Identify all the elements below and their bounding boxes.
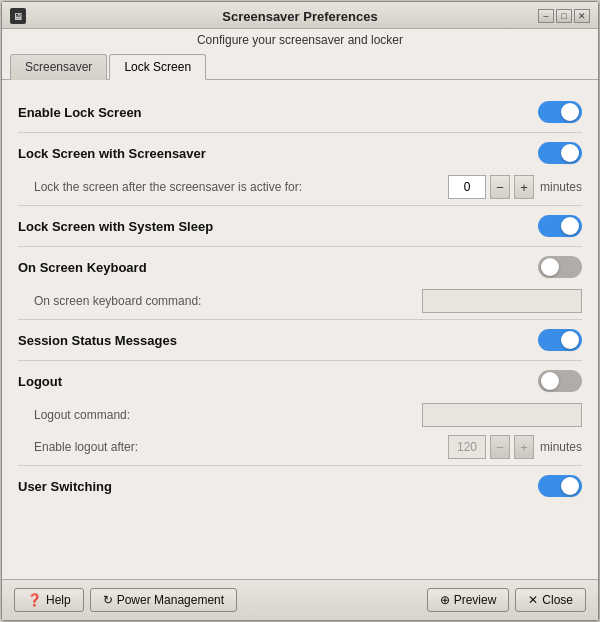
user-switching-row: User Switching — [18, 468, 582, 504]
separator-1 — [18, 132, 582, 133]
toggle-knob — [561, 144, 579, 162]
lock-with-screensaver-toggle[interactable] — [538, 142, 582, 164]
tab-lockscreen[interactable]: Lock Screen — [109, 54, 206, 80]
session-status-toggle[interactable] — [538, 329, 582, 351]
preview-label: Preview — [454, 593, 497, 607]
power-management-button[interactable]: ↻ Power Management — [90, 588, 237, 612]
main-window: 🖥 Screensaver Preferences – □ ✕ Configur… — [1, 1, 599, 621]
screensaver-timeout-label: Lock the screen after the screensaver is… — [34, 180, 448, 194]
titlebar: 🖥 Screensaver Preferences – □ ✕ — [2, 2, 598, 29]
logout-timeout-input-group: 120 − + minutes — [448, 435, 582, 459]
logout-timeout-decrement[interactable]: − — [490, 435, 510, 459]
on-screen-keyboard-label: On Screen Keyboard — [18, 260, 538, 275]
footer: ❓ Help ↻ Power Management ⊕ Preview ✕ Cl… — [2, 579, 598, 620]
lock-with-sleep-toggle[interactable] — [538, 215, 582, 237]
separator-5 — [18, 360, 582, 361]
logout-timeout-row: Enable logout after: 120 − + minutes — [18, 431, 582, 463]
logout-toggle[interactable] — [538, 370, 582, 392]
user-switching-toggle[interactable] — [538, 475, 582, 497]
toggle-knob — [561, 331, 579, 349]
help-label: Help — [46, 593, 71, 607]
enable-lock-screen-row: Enable Lock Screen — [18, 94, 582, 130]
lock-with-sleep-row: Lock Screen with System Sleep — [18, 208, 582, 244]
logout-row: Logout — [18, 363, 582, 399]
logout-command-row: Logout command: — [18, 399, 582, 431]
logout-label: Logout — [18, 374, 538, 389]
screensaver-timeout-input-group: 0 − + minutes — [448, 175, 582, 199]
screensaver-timeout-unit: minutes — [540, 180, 582, 194]
lock-with-sleep-label: Lock Screen with System Sleep — [18, 219, 538, 234]
tabs-bar: Screensaver Lock Screen — [2, 53, 598, 80]
window-subtitle: Configure your screensaver and locker — [2, 29, 598, 53]
window-title: Screensaver Preferences — [2, 9, 598, 24]
help-button[interactable]: ❓ Help — [14, 588, 84, 612]
enable-lock-screen-toggle[interactable] — [538, 101, 582, 123]
on-screen-keyboard-toggle[interactable] — [538, 256, 582, 278]
help-icon: ❓ — [27, 593, 42, 607]
close-button[interactable]: ✕ — [574, 9, 590, 23]
window-controls: – □ ✕ — [538, 9, 590, 23]
screensaver-timeout-input[interactable]: 0 — [448, 175, 486, 199]
close-icon: ✕ — [528, 593, 538, 607]
toggle-knob — [541, 258, 559, 276]
logout-timeout-input[interactable]: 120 — [448, 435, 486, 459]
lock-with-screensaver-row: Lock Screen with Screensaver — [18, 135, 582, 171]
close-label: Close — [542, 593, 573, 607]
tab-screensaver[interactable]: Screensaver — [10, 54, 107, 80]
screensaver-timeout-row: Lock the screen after the screensaver is… — [18, 171, 582, 203]
separator-3 — [18, 246, 582, 247]
lock-with-screensaver-label: Lock Screen with Screensaver — [18, 146, 538, 161]
logout-timeout-increment[interactable]: + — [514, 435, 534, 459]
screensaver-timeout-increment[interactable]: + — [514, 175, 534, 199]
toggle-knob — [561, 103, 579, 121]
session-status-label: Session Status Messages — [18, 333, 538, 348]
user-switching-label: User Switching — [18, 479, 538, 494]
keyboard-command-row: On screen keyboard command: — [18, 285, 582, 317]
logout-command-input[interactable] — [422, 403, 582, 427]
separator-4 — [18, 319, 582, 320]
keyboard-command-input[interactable] — [422, 289, 582, 313]
preview-icon: ⊕ — [440, 593, 450, 607]
minimize-button[interactable]: – — [538, 9, 554, 23]
separator-6 — [18, 465, 582, 466]
screensaver-timeout-decrement[interactable]: − — [490, 175, 510, 199]
maximize-button[interactable]: □ — [556, 9, 572, 23]
toggle-knob — [561, 217, 579, 235]
preview-button[interactable]: ⊕ Preview — [427, 588, 510, 612]
toggle-knob — [561, 477, 579, 495]
session-status-row: Session Status Messages — [18, 322, 582, 358]
enable-lock-screen-label: Enable Lock Screen — [18, 105, 538, 120]
content-area: Enable Lock Screen Lock Screen with Scre… — [2, 80, 598, 579]
separator-2 — [18, 205, 582, 206]
close-button[interactable]: ✕ Close — [515, 588, 586, 612]
on-screen-keyboard-row: On Screen Keyboard — [18, 249, 582, 285]
logout-timeout-unit: minutes — [540, 440, 582, 454]
logout-command-label: Logout command: — [34, 408, 422, 422]
toggle-knob — [541, 372, 559, 390]
power-label: Power Management — [117, 593, 224, 607]
logout-timeout-label: Enable logout after: — [34, 440, 448, 454]
power-icon: ↻ — [103, 593, 113, 607]
footer-left: ❓ Help ↻ Power Management — [14, 588, 237, 612]
footer-right: ⊕ Preview ✕ Close — [427, 588, 586, 612]
keyboard-command-label: On screen keyboard command: — [34, 294, 422, 308]
